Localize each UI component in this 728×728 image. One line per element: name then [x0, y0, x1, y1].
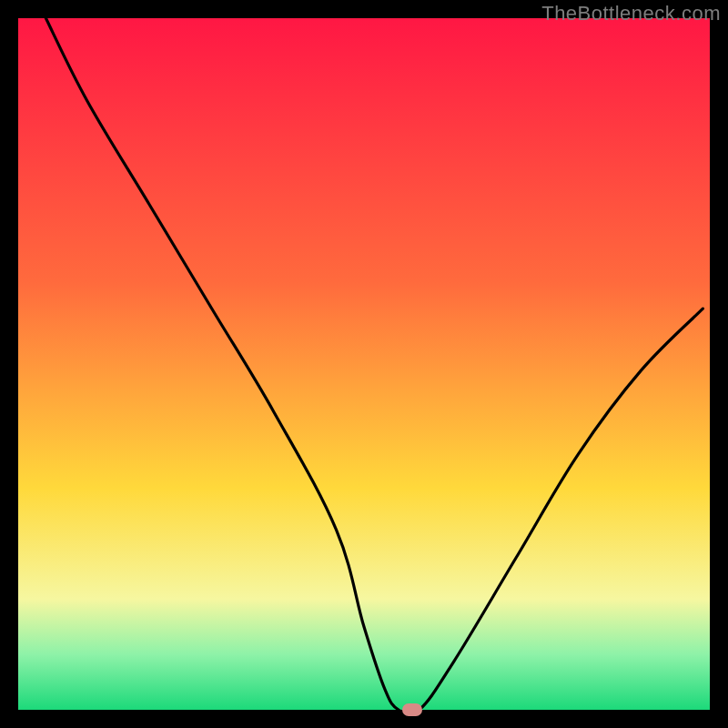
plot-area	[18, 18, 710, 710]
curve-path	[46, 18, 703, 714]
chart-frame: TheBottleneck.com	[0, 0, 728, 728]
watermark-text: TheBottleneck.com	[541, 2, 721, 25]
optimum-marker	[402, 703, 422, 716]
bottleneck-curve	[18, 18, 710, 710]
